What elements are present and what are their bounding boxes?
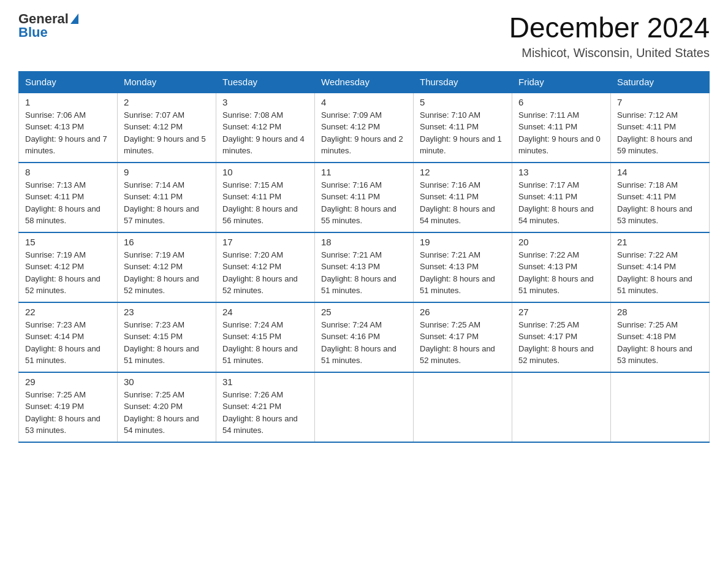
day-number: 12 bbox=[420, 167, 506, 177]
month-title: December 2024 bbox=[509, 12, 710, 44]
location-title: Mishicot, Wisconsin, United States bbox=[509, 46, 710, 60]
day-number: 19 bbox=[420, 237, 506, 247]
day-info: Sunrise: 7:12 AMSunset: 4:11 PMDaylight:… bbox=[617, 109, 703, 157]
table-row: 23Sunrise: 7:23 AMSunset: 4:15 PMDayligh… bbox=[118, 302, 216, 372]
day-number: 11 bbox=[321, 167, 407, 177]
day-info: Sunrise: 7:13 AMSunset: 4:11 PMDaylight:… bbox=[25, 179, 111, 227]
table-row: 10Sunrise: 7:15 AMSunset: 4:11 PMDayligh… bbox=[216, 163, 315, 232]
day-info: Sunrise: 7:08 AMSunset: 4:12 PMDaylight:… bbox=[222, 109, 308, 157]
day-number: 22 bbox=[25, 307, 111, 317]
table-row: 8Sunrise: 7:13 AMSunset: 4:11 PMDaylight… bbox=[19, 163, 118, 232]
table-row: 17Sunrise: 7:20 AMSunset: 4:12 PMDayligh… bbox=[216, 232, 315, 302]
table-row: 26Sunrise: 7:25 AMSunset: 4:17 PMDayligh… bbox=[414, 302, 512, 372]
col-wednesday: Wednesday bbox=[315, 71, 414, 93]
day-info: Sunrise: 7:24 AMSunset: 4:15 PMDaylight:… bbox=[222, 319, 308, 367]
table-row bbox=[512, 372, 611, 442]
day-info: Sunrise: 7:23 AMSunset: 4:15 PMDaylight:… bbox=[124, 319, 210, 367]
page-header: General Blue December 2024 Mishicot, Wis… bbox=[18, 12, 710, 60]
table-row: 29Sunrise: 7:25 AMSunset: 4:19 PMDayligh… bbox=[19, 372, 118, 442]
table-row: 16Sunrise: 7:19 AMSunset: 4:12 PMDayligh… bbox=[118, 232, 216, 302]
table-row: 4Sunrise: 7:09 AMSunset: 4:12 PMDaylight… bbox=[315, 93, 414, 163]
day-number: 20 bbox=[518, 237, 604, 247]
day-number: 25 bbox=[321, 307, 407, 317]
day-number: 23 bbox=[124, 307, 210, 317]
table-row: 9Sunrise: 7:14 AMSunset: 4:11 PMDaylight… bbox=[118, 163, 216, 232]
day-number: 18 bbox=[321, 237, 407, 247]
day-number: 13 bbox=[518, 167, 604, 177]
calendar-table: Sunday Monday Tuesday Wednesday Thursday… bbox=[18, 71, 710, 443]
table-row: 13Sunrise: 7:17 AMSunset: 4:11 PMDayligh… bbox=[512, 163, 611, 232]
day-info: Sunrise: 7:20 AMSunset: 4:12 PMDaylight:… bbox=[222, 249, 308, 297]
table-row: 25Sunrise: 7:24 AMSunset: 4:16 PMDayligh… bbox=[315, 302, 414, 372]
title-section: December 2024 Mishicot, Wisconsin, Unite… bbox=[509, 12, 710, 60]
day-info: Sunrise: 7:22 AMSunset: 4:13 PMDaylight:… bbox=[518, 249, 604, 297]
table-row: 1Sunrise: 7:06 AMSunset: 4:13 PMDaylight… bbox=[19, 93, 118, 163]
day-number: 8 bbox=[25, 167, 111, 177]
day-number: 31 bbox=[222, 377, 308, 387]
table-row: 20Sunrise: 7:22 AMSunset: 4:13 PMDayligh… bbox=[512, 232, 611, 302]
day-info: Sunrise: 7:16 AMSunset: 4:11 PMDaylight:… bbox=[420, 179, 506, 227]
day-info: Sunrise: 7:22 AMSunset: 4:14 PMDaylight:… bbox=[617, 249, 703, 297]
table-row: 22Sunrise: 7:23 AMSunset: 4:14 PMDayligh… bbox=[19, 302, 118, 372]
table-row: 21Sunrise: 7:22 AMSunset: 4:14 PMDayligh… bbox=[611, 232, 710, 302]
day-number: 7 bbox=[617, 97, 703, 107]
day-number: 1 bbox=[25, 97, 111, 107]
day-info: Sunrise: 7:25 AMSunset: 4:20 PMDaylight:… bbox=[124, 389, 210, 437]
table-row: 27Sunrise: 7:25 AMSunset: 4:17 PMDayligh… bbox=[512, 302, 611, 372]
day-number: 17 bbox=[222, 237, 308, 247]
day-number: 28 bbox=[617, 307, 703, 317]
table-row: 12Sunrise: 7:16 AMSunset: 4:11 PMDayligh… bbox=[414, 163, 512, 232]
day-number: 24 bbox=[222, 307, 308, 317]
day-info: Sunrise: 7:19 AMSunset: 4:12 PMDaylight:… bbox=[124, 249, 210, 297]
col-tuesday: Tuesday bbox=[216, 71, 315, 93]
logo-blue-text: Blue bbox=[18, 26, 78, 39]
logo-general-text: General bbox=[18, 12, 69, 26]
table-row bbox=[611, 372, 710, 442]
day-number: 10 bbox=[222, 167, 308, 177]
col-sunday: Sunday bbox=[19, 71, 118, 93]
table-row: 28Sunrise: 7:25 AMSunset: 4:18 PMDayligh… bbox=[611, 302, 710, 372]
day-number: 26 bbox=[420, 307, 506, 317]
table-row: 19Sunrise: 7:21 AMSunset: 4:13 PMDayligh… bbox=[414, 232, 512, 302]
day-number: 30 bbox=[124, 377, 210, 387]
day-info: Sunrise: 7:25 AMSunset: 4:17 PMDaylight:… bbox=[420, 319, 506, 367]
table-row: 11Sunrise: 7:16 AMSunset: 4:11 PMDayligh… bbox=[315, 163, 414, 232]
day-info: Sunrise: 7:23 AMSunset: 4:14 PMDaylight:… bbox=[25, 319, 111, 367]
day-number: 6 bbox=[518, 97, 604, 107]
day-number: 4 bbox=[321, 97, 407, 107]
day-number: 29 bbox=[25, 377, 111, 387]
day-info: Sunrise: 7:14 AMSunset: 4:11 PMDaylight:… bbox=[124, 179, 210, 227]
day-info: Sunrise: 7:11 AMSunset: 4:11 PMDaylight:… bbox=[518, 109, 604, 157]
logo-triangle-icon bbox=[70, 13, 78, 24]
day-info: Sunrise: 7:06 AMSunset: 4:13 PMDaylight:… bbox=[25, 109, 111, 157]
col-monday: Monday bbox=[118, 71, 216, 93]
col-saturday: Saturday bbox=[611, 71, 710, 93]
day-number: 16 bbox=[124, 237, 210, 247]
col-thursday: Thursday bbox=[414, 71, 512, 93]
day-info: Sunrise: 7:19 AMSunset: 4:12 PMDaylight:… bbox=[25, 249, 111, 297]
day-info: Sunrise: 7:24 AMSunset: 4:16 PMDaylight:… bbox=[321, 319, 407, 367]
day-number: 2 bbox=[124, 97, 210, 107]
day-info: Sunrise: 7:25 AMSunset: 4:17 PMDaylight:… bbox=[518, 319, 604, 367]
day-info: Sunrise: 7:25 AMSunset: 4:19 PMDaylight:… bbox=[25, 389, 111, 437]
table-row: 2Sunrise: 7:07 AMSunset: 4:12 PMDaylight… bbox=[118, 93, 216, 163]
day-info: Sunrise: 7:07 AMSunset: 4:12 PMDaylight:… bbox=[124, 109, 210, 157]
day-info: Sunrise: 7:26 AMSunset: 4:21 PMDaylight:… bbox=[222, 389, 308, 437]
day-info: Sunrise: 7:16 AMSunset: 4:11 PMDaylight:… bbox=[321, 179, 407, 227]
day-info: Sunrise: 7:18 AMSunset: 4:11 PMDaylight:… bbox=[617, 179, 703, 227]
table-row: 6Sunrise: 7:11 AMSunset: 4:11 PMDaylight… bbox=[512, 93, 611, 163]
table-row: 31Sunrise: 7:26 AMSunset: 4:21 PMDayligh… bbox=[216, 372, 315, 442]
day-number: 14 bbox=[617, 167, 703, 177]
table-row: 30Sunrise: 7:25 AMSunset: 4:20 PMDayligh… bbox=[118, 372, 216, 442]
table-row: 18Sunrise: 7:21 AMSunset: 4:13 PMDayligh… bbox=[315, 232, 414, 302]
table-row bbox=[315, 372, 414, 442]
day-info: Sunrise: 7:09 AMSunset: 4:12 PMDaylight:… bbox=[321, 109, 407, 157]
calendar-header-row: Sunday Monday Tuesday Wednesday Thursday… bbox=[19, 71, 710, 93]
day-info: Sunrise: 7:17 AMSunset: 4:11 PMDaylight:… bbox=[518, 179, 604, 227]
day-info: Sunrise: 7:21 AMSunset: 4:13 PMDaylight:… bbox=[420, 249, 506, 297]
table-row: 3Sunrise: 7:08 AMSunset: 4:12 PMDaylight… bbox=[216, 93, 315, 163]
day-info: Sunrise: 7:10 AMSunset: 4:11 PMDaylight:… bbox=[420, 109, 506, 157]
table-row: 7Sunrise: 7:12 AMSunset: 4:11 PMDaylight… bbox=[611, 93, 710, 163]
table-row: 24Sunrise: 7:24 AMSunset: 4:15 PMDayligh… bbox=[216, 302, 315, 372]
day-info: Sunrise: 7:21 AMSunset: 4:13 PMDaylight:… bbox=[321, 249, 407, 297]
